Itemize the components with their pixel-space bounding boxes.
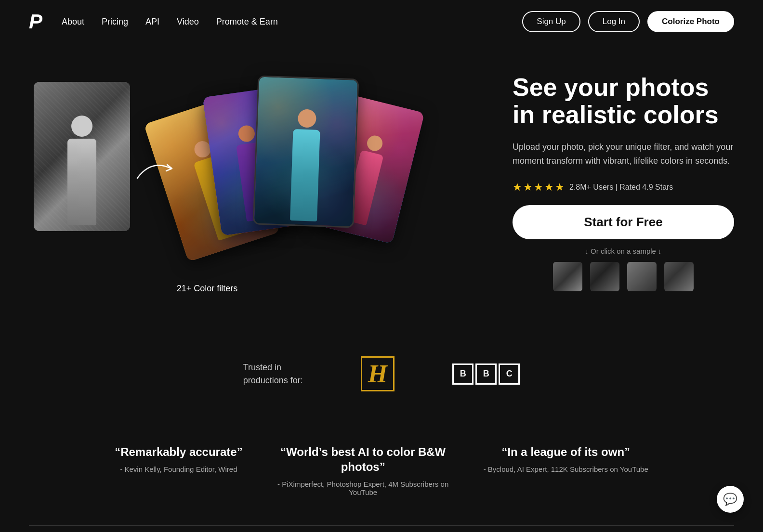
trusted-line2: productions for:: [243, 376, 303, 385]
trusted-section: Trusted in productions for: H B B C: [0, 332, 763, 415]
navbar-left: P About Pricing API Video Promote & Earn: [29, 10, 278, 33]
bbc-box-b2: B: [475, 363, 497, 385]
stars-icons: ★★★★★: [513, 181, 566, 194]
quote-item-0: “Remarkably accurate” - Kevin Kelly, Fou…: [115, 444, 242, 473]
hero-visual: 21+ Color filters: [29, 63, 366, 303]
hero-text: See your photos in realistic colors Uplo…: [484, 74, 734, 293]
sample-thumbs: [513, 261, 734, 292]
sample-thumb-2[interactable]: [589, 261, 620, 292]
hero-section: 21+ Color filters See your photos in rea…: [0, 43, 763, 332]
photos-fan: [164, 67, 366, 289]
chat-button[interactable]: 💬: [717, 486, 744, 513]
stars-row: ★★★★★ 2.8M+ Users | Rated 4.9 Stars: [513, 181, 734, 194]
thumb-img-4: [664, 262, 694, 291]
nav-item-pricing[interactable]: Pricing: [102, 17, 128, 27]
nav-item-promote[interactable]: Promote & Earn: [216, 17, 278, 27]
trusted-line1: Trusted in: [243, 363, 281, 372]
thumb-img-2: [590, 262, 619, 291]
navbar: P About Pricing API Video Promote & Earn…: [0, 0, 763, 43]
nav-link-video[interactable]: Video: [177, 17, 199, 26]
hero-subtitle: Upload your photo, pick your unique filt…: [513, 140, 734, 168]
bbc-box-c: C: [499, 363, 520, 385]
stats-text: 2.8M+ Users | Rated 4.9 Stars: [569, 183, 673, 192]
experience-section: Experience The Difference: [0, 526, 763, 532]
quote-item-2: “In a league of its own” - Bycloud, AI E…: [484, 444, 648, 473]
nav-item-about[interactable]: About: [62, 17, 84, 27]
filters-label: 21+ Color filters: [177, 284, 238, 294]
person-color-head: [298, 109, 316, 128]
trusted-label: Trusted in productions for:: [243, 361, 303, 387]
signup-button[interactable]: Sign Up: [522, 11, 580, 32]
thumb-img-3: [627, 262, 657, 291]
sample-thumb-4[interactable]: [663, 261, 695, 292]
nav-link-api[interactable]: API: [145, 17, 159, 26]
color-card-main: [253, 75, 359, 228]
sample-thumb-3[interactable]: [626, 261, 658, 292]
hero-title: See your photos in realistic colors: [513, 74, 734, 129]
colorize-button[interactable]: Colorize Photo: [647, 11, 734, 32]
thumb-img-1: [553, 262, 582, 291]
quote-author-0: - Kevin Kelly, Founding Editor, Wired: [115, 465, 242, 473]
arrow-decoration: [132, 154, 181, 183]
nav-links: About Pricing API Video Promote & Earn: [62, 17, 278, 27]
quote-item-1: “World’s best AI to color B&W photos” - …: [272, 444, 455, 496]
history-channel-logo: H: [361, 356, 395, 391]
bw-photo-inner: [34, 82, 130, 231]
nav-link-promote[interactable]: Promote & Earn: [216, 17, 278, 26]
login-button[interactable]: Log In: [588, 11, 640, 32]
person-color-dress: [290, 129, 320, 221]
person-color: [284, 109, 327, 226]
quote-author-2: - Bycloud, AI Expert, 112K Subscribers o…: [484, 465, 648, 473]
logo[interactable]: P: [29, 10, 42, 33]
bbc-box-b1: B: [452, 363, 474, 385]
card-main-inner: [254, 77, 357, 227]
nav-link-pricing[interactable]: Pricing: [102, 17, 128, 26]
quote-text-2: “In a league of its own”: [484, 444, 648, 459]
sample-thumb-1[interactable]: [552, 261, 583, 292]
quote-text-0: “Remarkably accurate”: [115, 444, 242, 459]
quotes-section: “Remarkably accurate” - Kevin Kelly, Fou…: [0, 415, 763, 525]
navbar-right: Sign Up Log In Colorize Photo: [522, 11, 734, 32]
bw-photo: [34, 82, 130, 231]
nav-item-api[interactable]: API: [145, 17, 159, 27]
nav-item-video[interactable]: Video: [177, 17, 199, 27]
chat-icon: 💬: [723, 493, 737, 506]
bbc-logo: B B C: [452, 363, 520, 385]
quote-author-1: - PiXimperfect, Photoshop Expert, 4M Sub…: [272, 480, 455, 496]
start-free-button[interactable]: Start for Free: [513, 205, 734, 239]
quote-text-1: “World’s best AI to color B&W photos”: [272, 444, 455, 474]
or-click-text: ↓ Or click on a sample ↓: [513, 247, 734, 255]
nav-link-about[interactable]: About: [62, 17, 84, 26]
